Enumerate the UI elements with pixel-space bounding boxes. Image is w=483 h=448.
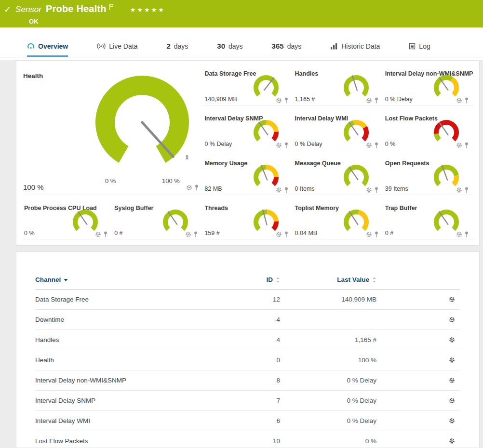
gauge-pin-icon[interactable] [284,187,288,193]
table-row: Handles41,165 # [35,330,460,350]
gauge-pin-icon[interactable] [195,184,199,191]
gauge-value: 0 # [385,230,393,237]
gauge-pin-icon[interactable] [465,187,469,193]
gauge-min-label: 0 % [105,177,116,184]
channel-last-value: 1,165 # [280,330,376,350]
gauge-pin-icon[interactable] [375,231,378,237]
tab-overview[interactable]: Overview [27,42,68,57]
flag-icon[interactable] [109,3,114,12]
channel-name[interactable]: Handles [35,336,59,343]
table-row: Interval Delay non-WMI&SNMP80 % Delay [35,370,460,391]
gauge-tile: Data Storage Free140,909 MB [203,61,294,105]
gauge-dial [338,161,375,191]
log-icon [409,43,416,50]
tab-30-days[interactable]: 30days [217,42,242,57]
tab-live-data[interactable]: Live Data [97,42,137,57]
gauge-title: Threads [204,205,228,211]
gauge-pin-icon[interactable] [375,142,378,148]
gauge-tile: Probe Process CPU Load0 % [23,195,113,239]
gauge-pin-icon[interactable] [465,231,469,237]
gauge-pin-icon[interactable] [194,231,198,237]
health-gauge-dial [82,70,202,174]
gauge-tile: Interval Delay SNMP0 % Delay [203,105,294,150]
channel-settings-gear-icon[interactable] [376,357,460,363]
sensor-title-block: Sensor Probe Health ★★★★★ OK [15,3,165,25]
channel-name[interactable]: Downtime [35,316,64,323]
overview-icon [27,42,35,50]
gauge-value: 159 # [204,230,219,237]
tab-label: days [174,42,188,50]
channel-last-value [280,310,376,330]
gauge-value: 0 % [24,230,35,237]
gauge-value: 0 % Delay [204,141,232,147]
gauge-settings-gear-icon[interactable] [456,97,462,104]
gauge-value: 0 % Delay [385,96,413,103]
channel-settings-gear-icon[interactable] [376,337,460,343]
gauge-settings-gear-icon[interactable] [276,187,282,193]
channel-name[interactable]: Interval Delay SNMP [35,397,95,404]
channel-settings-gear-icon[interactable] [376,397,460,404]
live-icon [97,43,106,50]
tab-365-days[interactable]: 365days [272,42,302,57]
gauge-pin-icon[interactable] [284,231,288,237]
channel-id: 6 [238,411,280,431]
tab-2-days[interactable]: 2days [166,42,188,57]
tab-label: days [287,42,302,50]
sort-descending-icon [64,276,68,283]
priority-stars[interactable]: ★★★★★ [130,6,165,13]
channel-name[interactable]: Health [35,356,54,364]
gauge-value: 1,165 # [295,96,315,103]
gauge-settings-gear-icon[interactable] [366,97,372,104]
gauge-settings-gear-icon[interactable] [276,97,282,104]
gauge-settings-gear-icon[interactable] [366,231,372,237]
gauge-dial [338,116,375,146]
channel-settings-gear-icon[interactable] [376,377,460,383]
channel-settings-gear-icon[interactable] [376,316,460,323]
gauge-settings-gear-icon[interactable] [185,231,191,237]
channel-name[interactable]: Data Storage Free [35,296,89,303]
gauge-pin-icon[interactable] [375,97,378,104]
gauge-pin-icon[interactable] [465,142,469,148]
gauge-settings-gear-icon[interactable] [276,231,282,237]
channel-id: 4 [238,330,280,350]
gauge-settings-gear-icon[interactable] [95,231,101,237]
gauge-pin-icon[interactable] [104,231,107,237]
gauge-dial [428,116,465,146]
gauge-settings-gear-icon[interactable] [186,184,192,191]
channel-settings-gear-icon[interactable] [376,418,460,424]
tab-log[interactable]: Log [409,42,430,57]
gauge-settings-gear-icon[interactable] [456,187,462,193]
column-header-id[interactable]: ID [238,276,280,283]
gauge-settings-gear-icon[interactable] [366,142,372,148]
gauge-value: 140,909 MB [204,96,237,103]
gauge-settings-gear-icon[interactable] [456,231,462,237]
channel-last-value: 0 % Delay [280,370,376,391]
channel-name[interactable]: Lost Flow Packets [35,437,88,445]
gauge-settings-gear-icon[interactable] [276,142,282,148]
table-row: Health0100 % [35,350,460,370]
channel-id: -4 [238,310,280,330]
gauge-tile: Syslog Buffer0 # [113,195,203,239]
channel-settings-gear-icon[interactable] [376,438,460,444]
column-header-channel[interactable]: Channel [35,276,238,283]
gauges-panel: Health0 %100 %x̄100 %Data Storage Free14… [16,60,480,246]
gauge-settings-gear-icon[interactable] [366,187,372,193]
gauge-pin-icon[interactable] [284,142,288,148]
sensor-header: ✓ Sensor Probe Health ★★★★★ OK [0,0,483,27]
gauge-pin-icon[interactable] [375,187,378,193]
gauge-tile: Message Queue0 Items [294,150,384,195]
channel-settings-gear-icon[interactable] [376,296,460,303]
gauge-value: 82 MB [204,185,222,192]
tab-historic-data[interactable]: Historic Data [330,42,380,57]
gauge-tile: Threads159 # [203,195,294,239]
column-header-last-value[interactable]: Last Value [280,276,376,283]
gauge-settings-gear-icon[interactable] [456,142,462,148]
gauge-max-label: 100 % [162,177,180,184]
channel-name[interactable]: Interval Delay non-WMI&SNMP [35,377,126,384]
gauge-title: Memory Usage [204,160,247,167]
channel-name[interactable]: Interval Delay WMI [35,417,90,424]
channel-id: 7 [238,391,280,411]
gauge-pin-icon[interactable] [465,97,469,104]
gauge-title: Handles [295,70,319,77]
gauge-pin-icon[interactable] [284,97,288,104]
